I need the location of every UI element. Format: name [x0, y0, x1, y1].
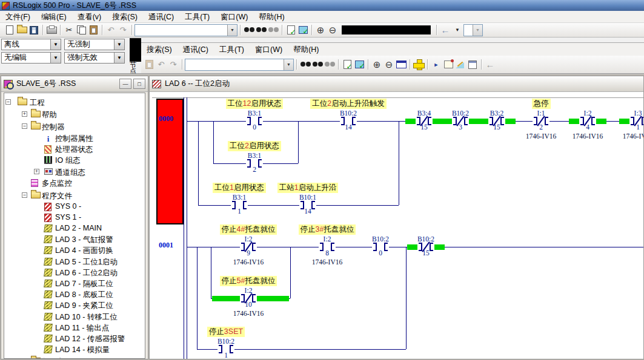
- edit-mode-combobox[interactable]: 无编辑 ▼: [1, 52, 61, 64]
- child-menu-H[interactable]: 帮助(H): [288, 44, 324, 56]
- forces-combobox[interactable]: 无强制 ▼: [64, 39, 125, 50]
- collapse-icon[interactable]: −: [22, 192, 27, 198]
- cut-icon[interactable]: ✂: [63, 24, 75, 36]
- contact-address[interactable]: B10:2: [315, 110, 382, 117]
- menu-v[interactable]: 查看(v): [72, 11, 107, 23]
- minimize-button[interactable]: —: [119, 79, 131, 89]
- ladder-canvas[interactable]: 00000001B3:10工位12启用状态B3:12工位2启用状态B10:214…: [150, 92, 643, 359]
- verify-file-icon[interactable]: ✓: [285, 24, 297, 36]
- project-tree-titlebar[interactable]: SLAVE_6号 .RSS — □: [1, 76, 148, 92]
- expand-icon[interactable]: +: [34, 169, 39, 174]
- contact-description[interactable]: 工位12启用状态: [203, 99, 306, 109]
- contact-address[interactable]: B3:1: [206, 194, 273, 201]
- history-combobox[interactable]: ▼: [463, 24, 483, 36]
- undo-icon[interactable]: ↶: [105, 24, 117, 36]
- contact-bit[interactable]: 0: [221, 123, 288, 131]
- contact-address[interactable]: B10:2: [393, 235, 459, 243]
- open-file-icon[interactable]: [16, 24, 28, 36]
- tree-item-11[interactable]: LAD 2 - MAIN: [4, 223, 145, 234]
- menu-C[interactable]: 通讯(C): [143, 11, 179, 23]
- redo-icon[interactable]: ↷: [117, 24, 129, 36]
- tree-item-4[interactable]: 处理器状态: [4, 143, 145, 154]
- find-next-icon[interactable]: [311, 59, 324, 70]
- save-icon[interactable]: [28, 24, 40, 36]
- tree-item-19[interactable]: LAD 10 - 转移工位: [4, 311, 145, 322]
- tree-item-18[interactable]: LAD 9 - 夹紧工位: [4, 299, 145, 310]
- find-icon[interactable]: [243, 24, 255, 36]
- new-rung-icon[interactable]: [413, 59, 425, 70]
- contact-bit[interactable]: 9: [215, 249, 282, 257]
- collapse-icon[interactable]: −: [22, 358, 27, 359]
- print-icon[interactable]: [45, 24, 58, 36]
- verify-file-icon[interactable]: ✓: [341, 59, 353, 70]
- rung-number[interactable]: 0000: [159, 114, 173, 123]
- force-state-combobox[interactable]: 强制无效 ▼: [64, 52, 125, 64]
- menu-S[interactable]: 搜索(S): [107, 11, 143, 23]
- tree-item-9[interactable]: SYS 0 -: [4, 201, 145, 212]
- contact-bit[interactable]: 14: [315, 123, 382, 131]
- tree-item-23[interactable]: −数据文件: [4, 356, 145, 359]
- child-menu-S[interactable]: 搜索(S): [141, 44, 178, 56]
- chevron-down-icon[interactable]: ▼: [227, 25, 237, 36]
- edit-rung-icon[interactable]: [442, 59, 454, 70]
- tree-item-20[interactable]: LAD 11 - 输出点: [4, 322, 145, 333]
- copy-icon[interactable]: [75, 24, 87, 36]
- expand-icon[interactable]: +: [22, 111, 27, 117]
- contact-address[interactable]: B3:1: [221, 110, 288, 117]
- tree-item-6[interactable]: +通道组态: [4, 166, 145, 177]
- paste-icon[interactable]: [87, 24, 99, 36]
- find-replace-icon[interactable]: [267, 24, 279, 36]
- find-icon[interactable]: [299, 59, 311, 70]
- tree-item-14[interactable]: LAD 5 - 工位1启动: [4, 256, 145, 267]
- zoom-out-icon[interactable]: ⊖: [327, 24, 339, 36]
- zoom-out-icon[interactable]: ⊖: [383, 59, 395, 70]
- contact-address[interactable]: B10:2: [193, 338, 259, 345]
- contact-description[interactable]: 停止5#托盘就位: [197, 276, 300, 286]
- rung-number[interactable]: 0001: [159, 241, 173, 250]
- new-file-icon[interactable]: [4, 24, 16, 36]
- contact-description[interactable]: 工位2启用状态: [203, 141, 306, 151]
- contact-bit[interactable]: 14: [274, 208, 341, 215]
- chevron-down-icon[interactable]: ▼: [114, 53, 124, 63]
- find-replace-icon[interactable]: [324, 59, 336, 70]
- contact-address[interactable]: I:2: [215, 287, 282, 294]
- mode-combobox[interactable]: 离线 ▼: [1, 39, 61, 50]
- chevron-down-icon[interactable]: ▼: [284, 59, 293, 70]
- menu-E[interactable]: 编辑(E): [36, 11, 72, 23]
- chevron-down-icon[interactable]: ▼: [114, 39, 124, 50]
- instruction-palette-icon[interactable]: ►: [430, 59, 442, 70]
- paste-icon[interactable]: [143, 59, 155, 70]
- tree-item-5[interactable]: IO 组态: [4, 154, 145, 165]
- zoom-in-icon[interactable]: ⊕: [371, 59, 383, 70]
- properties-icon[interactable]: [466, 59, 479, 70]
- tree-item-16[interactable]: LAD 7 - 隔板工位: [4, 278, 145, 289]
- tree-item-21[interactable]: LAD 12 - 传感器报警: [4, 333, 145, 344]
- child-menu-W[interactable]: 窗口(W): [250, 44, 288, 56]
- contact-description[interactable]: 急停: [490, 99, 593, 109]
- back-navigation-icon[interactable]: ←: [484, 59, 496, 70]
- tree-item-3[interactable]: 控制器属性: [4, 133, 145, 143]
- child-menu-T[interactable]: 工具(T): [214, 44, 250, 56]
- tree-item-13[interactable]: LAD 4 - 画面切换: [4, 244, 145, 255]
- contact-address[interactable]: I:3: [605, 110, 643, 117]
- menu-H[interactable]: 帮助(H): [253, 11, 290, 23]
- verify-project-icon[interactable]: ✓: [353, 59, 365, 70]
- back-dropdown-icon[interactable]: ▼: [451, 24, 463, 36]
- menu-F[interactable]: 文件(F): [0, 11, 36, 23]
- find-next-icon[interactable]: [255, 24, 267, 36]
- contact-description[interactable]: 工站1启动上升沿: [256, 183, 359, 193]
- draw-tools-icon[interactable]: [454, 59, 466, 70]
- undo-icon[interactable]: ↶: [155, 59, 167, 70]
- contact-address[interactable]: B10:1: [274, 194, 341, 201]
- redo-icon[interactable]: ↷: [167, 59, 179, 70]
- menu-T[interactable]: 工具(T): [179, 11, 215, 23]
- tree-item-17[interactable]: LAD 8 - 底板工位: [4, 289, 145, 299]
- tree-item-10[interactable]: SYS 1 -: [4, 212, 145, 223]
- back-navigation-icon[interactable]: ←: [439, 24, 451, 36]
- zoom-in-icon[interactable]: ⊕: [314, 24, 327, 36]
- grid-view-icon[interactable]: [395, 59, 407, 70]
- tree-item-0[interactable]: −工程: [4, 97, 145, 108]
- tree-item-2[interactable]: −控制器: [4, 121, 145, 132]
- contact-bit[interactable]: 15: [393, 249, 459, 257]
- contact-bit[interactable]: 2: [221, 166, 288, 173]
